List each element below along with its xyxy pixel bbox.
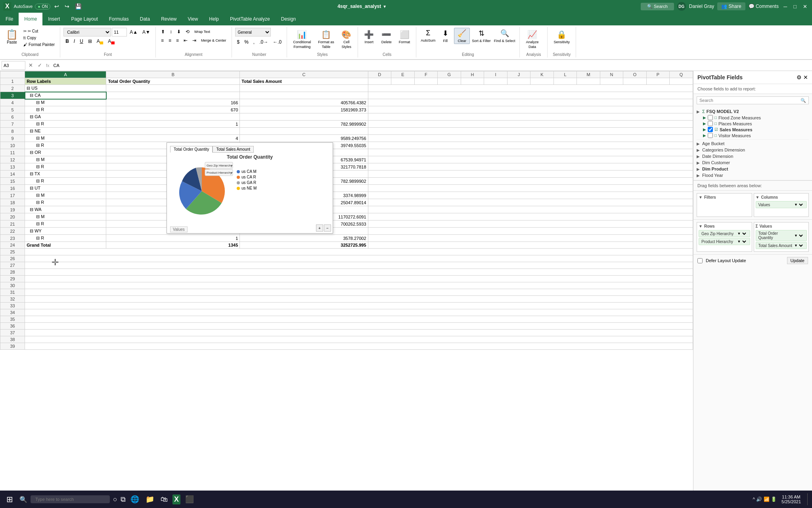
cell-B24[interactable]: 1345 [106,242,240,249]
cell-D16-span[interactable] [368,185,693,192]
cell-B4[interactable]: 166 [106,99,240,106]
format-btn[interactable]: ⬜ Format [396,28,413,46]
cell-A9[interactable]: ⊟ M [25,135,106,142]
pivot-group-dim-product[interactable]: ▶ Dim Product [697,166,809,172]
cell-B2[interactable] [106,85,240,92]
cell-A24[interactable]: Grand Total [25,242,106,249]
col-header-N[interactable]: N [600,71,623,78]
tab-help[interactable]: Help [203,13,224,25]
cell-D7-span[interactable] [368,121,693,128]
currency-btn[interactable]: $ [235,38,242,46]
pivot-group-fsq-model[interactable]: ▶ Σ FSQ MODEL V2 [697,108,809,115]
cell-N1[interactable] [600,78,623,85]
cell-D12-span[interactable] [368,156,693,163]
cell-A23[interactable]: ⊟ R [25,235,106,242]
cell-O1[interactable] [623,78,647,85]
sales-checkbox[interactable] [708,127,713,132]
cell-B6[interactable] [106,113,240,121]
cell-C9[interactable]: 9589.249756 [240,135,368,142]
tab-data[interactable]: Data [134,13,155,25]
align-middle-btn[interactable]: ↕ [168,28,174,36]
pivot-group-dim-customer[interactable]: ▶ Dim Customer [697,159,809,166]
autosum-btn[interactable]: Σ AutoSum [419,28,437,44]
cell-A22[interactable]: ⊟ WY [25,228,106,235]
chart-collapse-btn[interactable]: − [324,224,331,232]
bold-button[interactable]: B [63,37,71,45]
cell-C1[interactable]: Total Sales Amount [240,78,368,85]
align-right-btn[interactable]: ≡ [174,36,181,44]
underline-button[interactable]: U [78,37,85,45]
visitor-checkbox[interactable] [708,133,713,138]
decrease-font-btn[interactable]: A▼ [140,28,152,36]
cell-C3[interactable] [240,92,368,99]
cell-F1[interactable] [414,78,438,85]
defer-layout-checkbox[interactable] [697,258,703,263]
cell-A7[interactable]: ⊟ R [25,121,106,128]
cell-B3[interactable] [106,92,240,99]
cell-B1[interactable]: Total Order Quantity [106,78,240,85]
empty-row-30[interactable] [25,282,693,289]
empty-row-31[interactable] [25,289,693,296]
search-box[interactable]: 🔍 Search [641,3,674,10]
cell-C5[interactable]: 1581969.373 [240,106,368,113]
pivot-rows-product-item[interactable]: Product Hierarchy ▼ [699,238,750,245]
tab-home[interactable]: Home [19,13,42,25]
rows-product-dropdown[interactable]: ▼ [736,239,747,244]
empty-row-28[interactable] [25,269,693,276]
analyze-data-btn[interactable]: 📈 Analyze Data [523,28,541,51]
update-btn[interactable]: Update [787,257,808,264]
rows-geo-dropdown[interactable]: ▼ [736,231,747,236]
close-btn[interactable]: ✕ [801,3,809,10]
redo-btn[interactable]: ↪ [63,2,71,10]
col-header-Q[interactable]: Q [670,71,693,78]
pivot-close-icon[interactable]: ✕ [803,74,808,81]
sort-filter-btn[interactable]: ⇅ Sort & Filter [471,28,492,44]
columns-values-dropdown[interactable]: ▼ [793,202,804,207]
values-order-qty-dropdown[interactable]: ▼ [793,233,804,238]
find-select-btn[interactable]: 🔍 Find & Select [493,28,517,44]
cell-A19[interactable]: ⊟ WA [25,206,106,213]
col-header-H[interactable]: H [461,71,484,78]
dropdown-icon[interactable]: ▼ [383,4,387,9]
cell-P1[interactable] [646,78,670,85]
col-header-G[interactable]: G [438,71,461,78]
format-table-btn[interactable]: 📋 Format as Table [315,28,337,51]
empty-row-33[interactable] [25,303,693,309]
percent-btn[interactable]: % [242,38,251,46]
cell-D2-span[interactable] [368,85,693,92]
cell-I1[interactable] [484,78,508,85]
delete-btn[interactable]: ➖ Delete [379,28,395,46]
values-sales-amount-dropdown[interactable]: ▼ [793,243,804,248]
formula-cancel-btn[interactable]: ✕ [27,61,34,69]
col-header-I[interactable]: I [484,71,508,78]
orientation-btn[interactable]: ⟲ [184,28,192,36]
cell-A16[interactable]: ⊟ UT [25,185,106,192]
border-button[interactable]: ⊞ [86,37,94,45]
cell-A11[interactable]: ⊟ OR [25,149,106,156]
cell-K1[interactable] [530,78,554,85]
show-desktop-btn[interactable] [807,493,809,505]
share-btn[interactable]: 👥 Share [717,2,745,10]
tab-pivottable-analyze[interactable]: PivotTable Analyze [224,13,276,25]
cell-D22-span[interactable] [368,228,693,235]
cell-D1[interactable] [368,78,391,85]
col-header-E[interactable]: E [391,71,415,78]
cell-B23[interactable]: 1 [106,235,240,242]
fill-btn[interactable]: ⬇ Fill [437,28,453,44]
col-header-M[interactable]: M [577,71,600,78]
undo-btn[interactable]: ↩ [53,2,61,10]
cell-D10-span[interactable] [368,142,693,149]
pivot-item-places[interactable]: ▶ □ Places Measures [697,121,809,127]
empty-row-26[interactable] [25,255,693,262]
align-top-btn[interactable]: ⬆ [159,28,167,36]
chart-tab-order-qty[interactable]: Total Order Quantity [170,146,213,153]
start-button[interactable]: ⊞ [3,493,16,506]
cortana-icon[interactable]: ○ [113,495,117,504]
cell-styles-btn[interactable]: 🎨 Cell Styles [339,28,354,51]
pivot-group-categories[interactable]: ▶ Categories Dimension [697,147,809,153]
formula-input[interactable]: CA [52,62,810,69]
tab-design[interactable]: Design [276,13,301,25]
places-checkbox[interactable] [708,121,713,126]
number-format-select[interactable]: General [235,28,271,36]
cell-B7[interactable]: 1 [106,121,240,128]
